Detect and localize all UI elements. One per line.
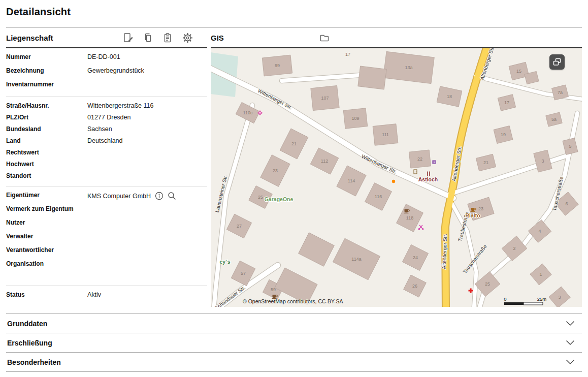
field-value: DE-DD-001 xyxy=(87,52,120,60)
field-row: Vermerk zum Eigentum xyxy=(6,204,207,218)
liegenschaft-header: Liegenschaft xyxy=(6,28,207,48)
owner-search-icon[interactable] xyxy=(168,192,176,200)
house-number: 27 xyxy=(237,224,242,229)
field-label: Verantwortlicher xyxy=(6,245,87,254)
chevron-down-icon xyxy=(566,321,575,326)
house-number: 57 xyxy=(241,271,246,276)
field-row: Hochwert xyxy=(6,160,207,171)
house-number: 22 xyxy=(417,156,422,162)
field-value-text: 01277 Dresden xyxy=(87,114,130,121)
field-value-text: DE-DD-001 xyxy=(87,53,120,60)
field-label: Verwalter xyxy=(6,232,87,240)
liegenschaft-fields: NummerDE-DD-001BezeichnungGewerbegrundst… xyxy=(6,48,207,307)
house-number: 6 xyxy=(565,201,568,206)
edit-document-icon[interactable] xyxy=(121,31,135,44)
house-number: 26 xyxy=(412,284,417,289)
content: Liegenschaft xyxy=(6,28,582,307)
liegenschaft-title: Liegenschaft xyxy=(6,34,53,42)
house-number: 13a xyxy=(405,65,412,70)
house-number: 118 xyxy=(406,215,413,221)
house-number: 4 xyxy=(538,229,541,234)
field-label: Inventarnummer xyxy=(6,80,87,88)
field-label: Nutzer xyxy=(6,218,87,226)
house-number: 25 xyxy=(485,281,490,287)
folder-icon[interactable] xyxy=(318,31,331,44)
section-besonderheiten[interactable]: Besonderheiten xyxy=(6,352,582,371)
section-grunddaten[interactable]: Grunddaten xyxy=(6,313,582,333)
field-label: Nummer xyxy=(6,52,87,60)
field-value: Aktiv xyxy=(87,290,101,298)
house-number: 110c xyxy=(243,110,253,115)
field-row: BundeslandSachsen xyxy=(6,124,207,136)
field-label: Status xyxy=(6,290,87,298)
accordion: GrunddatenErschließungBesonderheiten xyxy=(6,313,582,372)
field-value-text: Gewerbegrundstück xyxy=(87,67,144,74)
scale-bar-light xyxy=(524,302,543,305)
house-number: 2 xyxy=(513,246,515,251)
house-number: 114 xyxy=(348,178,355,183)
field-group: StatusAktiv xyxy=(6,286,207,307)
map-svg: 991713a1510718177a110c1095a1111921222135… xyxy=(211,48,582,307)
field-value-text: Deutschland xyxy=(87,137,123,144)
scale-bar-dark xyxy=(504,302,524,305)
field-value: 01277 Dresden xyxy=(87,113,130,121)
dot-poi-icon xyxy=(392,180,395,183)
field-row: Nutzer xyxy=(6,218,207,232)
house-number: 3 xyxy=(541,159,544,164)
house-number: 109 xyxy=(351,116,359,121)
map-attribution: © OpenStreetMap contributors, CC-BY-SA xyxy=(243,298,343,304)
field-label: Eigentümer xyxy=(6,191,87,199)
page-title: Detailansicht xyxy=(6,6,582,18)
house-number: 7a xyxy=(558,90,563,95)
field-value: Sachsen xyxy=(87,124,112,133)
field-row: BezeichnungGewerbegrundstück xyxy=(6,66,207,80)
house-number: 112 xyxy=(321,159,328,164)
copy-icon[interactable] xyxy=(141,31,154,44)
owner-info-icon[interactable] xyxy=(155,192,164,200)
section-label: Grunddaten xyxy=(7,320,47,328)
gis-panel: GIS xyxy=(211,28,582,307)
field-value: Deutschland xyxy=(87,136,123,144)
house-number: 114a xyxy=(351,257,361,262)
field-group: Straße/Hausnr.Wittenbergerstraße 116PLZ/… xyxy=(6,97,207,186)
field-row: Inventarnummer xyxy=(6,80,207,93)
field-value: Gewerbegrundstück xyxy=(87,66,144,74)
section-erschlie-ung[interactable]: Erschließung xyxy=(6,333,582,352)
field-label: Hochwert xyxy=(6,160,87,168)
field-label: Bezeichnung xyxy=(6,66,87,74)
liegenschaft-panel: Liegenschaft xyxy=(6,28,207,307)
house-number: 25 xyxy=(258,195,263,200)
field-value-text: Sachsen xyxy=(87,125,112,133)
field-value: KMS Computer GmbH xyxy=(87,191,176,200)
clipboard-icon[interactable] xyxy=(161,31,174,44)
field-label: PLZ/Ort xyxy=(6,113,87,121)
section-label: Erschließung xyxy=(7,339,52,347)
poi-label: Rialto xyxy=(465,212,480,218)
layers-button[interactable] xyxy=(549,54,565,70)
house-number: 99 xyxy=(275,63,280,68)
field-row: PLZ/Ort01277 Dresden xyxy=(6,113,207,124)
house-number: 5a xyxy=(551,117,557,122)
house-number: 5 xyxy=(569,144,571,149)
field-label: Land xyxy=(6,136,87,144)
gis-map[interactable]: 991713a1510718177a110c1095a1111921222135… xyxy=(211,48,582,307)
scale-start: 0 xyxy=(504,296,506,302)
field-value-text: Aktiv xyxy=(87,291,101,298)
house-number: 17 xyxy=(504,100,509,105)
house-number: 17 xyxy=(345,52,350,57)
house-number: 23 xyxy=(273,168,278,173)
gear-icon[interactable] xyxy=(181,31,194,44)
field-row: Verantwortlicher xyxy=(6,245,207,259)
house-number: 23 xyxy=(478,206,483,211)
field-label: Rechtswert xyxy=(6,148,87,156)
liegenschaft-toolbar xyxy=(121,31,207,44)
scale-end: 25m xyxy=(537,296,547,302)
field-label: Organisation xyxy=(6,259,87,267)
field-group: EigentümerKMS Computer GmbHVermerk zum E… xyxy=(6,186,207,276)
field-label: Straße/Hausnr. xyxy=(6,101,87,109)
field-value-text: KMS Computer GmbH xyxy=(87,193,151,200)
house-number: 18 xyxy=(447,94,452,99)
house-number: 3 xyxy=(558,295,561,300)
field-value-text: Wittenbergerstraße 116 xyxy=(87,102,153,109)
field-label: Standort xyxy=(6,171,87,179)
